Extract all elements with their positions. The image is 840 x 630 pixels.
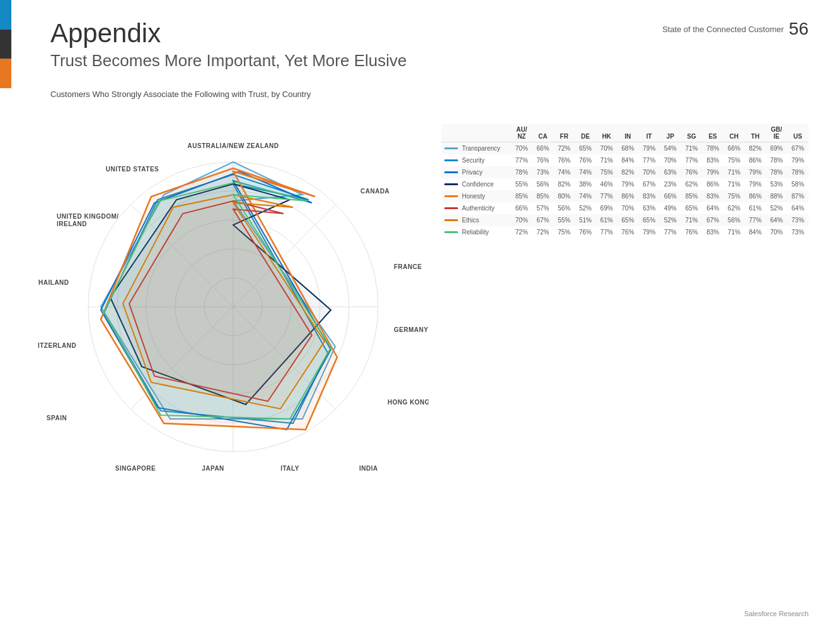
row-label-cell: Ethics bbox=[441, 214, 511, 226]
table-cell: 71% bbox=[723, 166, 745, 178]
table-cell: 86% bbox=[745, 154, 766, 166]
radar-label-ireland: IRELAND bbox=[57, 220, 87, 227]
table-cell: 83% bbox=[702, 154, 723, 166]
table-cell: 83% bbox=[702, 226, 723, 238]
table-cell: 74% bbox=[553, 166, 575, 178]
table-cell: 78% bbox=[766, 154, 787, 166]
table-row: Authenticity66%57%56%52%69%70%63%49%65%6… bbox=[441, 202, 808, 214]
col-header-it: IT bbox=[638, 124, 660, 142]
row-label-text: Security bbox=[462, 157, 485, 164]
legend-color-line bbox=[444, 219, 458, 221]
table-cell: 52% bbox=[575, 202, 596, 214]
table-cell: 52% bbox=[660, 214, 681, 226]
color-bar-segment-orange bbox=[0, 59, 11, 88]
table-cell: 56% bbox=[532, 178, 554, 190]
table-cell: 72% bbox=[553, 142, 575, 155]
row-label-cell: Privacy bbox=[441, 166, 511, 178]
table-cell: 82% bbox=[617, 166, 638, 178]
table-cell: 62% bbox=[681, 178, 703, 190]
table-cell: 84% bbox=[745, 226, 766, 238]
table-cell: 78% bbox=[787, 166, 808, 178]
table-cell: 85% bbox=[532, 190, 554, 202]
table-cell: 71% bbox=[723, 226, 745, 238]
color-bar-segment-dark bbox=[0, 30, 11, 59]
col-header-th: TH bbox=[745, 124, 766, 142]
row-label-text: Honesty bbox=[462, 193, 485, 200]
radar-label-thailand: THAILAND bbox=[38, 279, 69, 286]
table-cell: 69% bbox=[766, 142, 787, 155]
table-cell: 67% bbox=[532, 214, 554, 226]
radar-svg: AUSTRALIA/NEW ZEALAND CANADA FRANCE GERM… bbox=[38, 112, 429, 477]
radar-label-us: UNITED STATES bbox=[106, 166, 159, 173]
svg-marker-16 bbox=[104, 182, 331, 419]
col-header-sg: SG bbox=[681, 124, 703, 142]
row-label-cell: Transparency bbox=[441, 142, 511, 155]
table-cell: 67% bbox=[787, 142, 808, 155]
table-cell: 79% bbox=[638, 142, 660, 155]
table-cell: 61% bbox=[745, 202, 766, 214]
table-cell: 66% bbox=[511, 202, 532, 214]
col-header-jp: JP bbox=[660, 124, 681, 142]
row-label-cell: Confidence bbox=[441, 178, 511, 190]
table-cell: 79% bbox=[617, 178, 638, 190]
table-cell: 77% bbox=[681, 154, 703, 166]
table-cell: 66% bbox=[532, 142, 554, 155]
row-label-text: Reliability bbox=[462, 229, 489, 236]
table-cell: 84% bbox=[617, 154, 638, 166]
table-row: Ethics70%67%55%51%61%65%65%52%71%67%56%7… bbox=[441, 214, 808, 226]
table-cell: 67% bbox=[638, 178, 660, 190]
row-label-text: Transparency bbox=[462, 145, 500, 152]
table-cell: 66% bbox=[660, 190, 681, 202]
table-cell: 72% bbox=[511, 226, 532, 238]
table-cell: 38% bbox=[575, 178, 596, 190]
data-table: AU/NZ CA FR DE HK IN IT JP SG ES CH TH G… bbox=[441, 124, 808, 238]
table-cell: 79% bbox=[745, 178, 766, 190]
row-label-cell: Authenticity bbox=[441, 202, 511, 214]
table-cell: 72% bbox=[532, 226, 554, 238]
legend-color-line bbox=[444, 207, 458, 209]
table-cell: 80% bbox=[553, 190, 575, 202]
table-cell: 65% bbox=[681, 202, 703, 214]
radar-label-india: INDIA bbox=[359, 465, 378, 472]
table-cell: 68% bbox=[617, 142, 638, 155]
table-cell: 83% bbox=[638, 190, 660, 202]
table-cell: 61% bbox=[596, 214, 618, 226]
radar-label-singapore: SINGAPORE bbox=[115, 465, 156, 472]
legend-color-line bbox=[444, 147, 458, 149]
page-label: State of the Connected Customer 56 bbox=[662, 19, 808, 39]
table-cell: 86% bbox=[702, 178, 723, 190]
table-cell: 76% bbox=[681, 226, 703, 238]
chart-description: Customers Who Strongly Associate the Fol… bbox=[50, 89, 808, 99]
table-cell: 23% bbox=[660, 178, 681, 190]
table-cell: 70% bbox=[766, 226, 787, 238]
table-cell: 76% bbox=[575, 226, 596, 238]
col-header-us: US bbox=[787, 124, 808, 142]
table-cell: 51% bbox=[575, 214, 596, 226]
radar-label-spain: SPAIN bbox=[47, 415, 67, 421]
table-cell: 71% bbox=[723, 178, 745, 190]
table-cell: 52% bbox=[766, 202, 787, 214]
main-content: AUSTRALIA/NEW ZEALAND CANADA FRANCE GERM… bbox=[38, 112, 808, 477]
table-row: Security77%76%76%76%71%84%77%70%77%83%75… bbox=[441, 154, 808, 166]
table-cell: 70% bbox=[660, 154, 681, 166]
legend-color-line bbox=[444, 159, 458, 161]
table-cell: 63% bbox=[660, 166, 681, 178]
col-header-es: ES bbox=[702, 124, 723, 142]
table-cell: 54% bbox=[660, 142, 681, 155]
radar-label-hk: HONG KONG bbox=[388, 399, 429, 406]
col-header-fr: FR bbox=[553, 124, 575, 142]
radar-label-canada: CANADA bbox=[360, 188, 389, 195]
table-cell: 75% bbox=[553, 226, 575, 238]
table-cell: 88% bbox=[766, 190, 787, 202]
table-cell: 71% bbox=[596, 154, 618, 166]
table-cell: 77% bbox=[596, 190, 618, 202]
table-cell: 56% bbox=[723, 214, 745, 226]
table-cell: 64% bbox=[766, 214, 787, 226]
color-bar-segment-blue bbox=[0, 0, 11, 30]
table-cell: 70% bbox=[511, 142, 532, 155]
legend-color-line bbox=[444, 231, 458, 233]
table-cell: 73% bbox=[787, 214, 808, 226]
table-cell: 77% bbox=[745, 214, 766, 226]
table-cell: 86% bbox=[617, 190, 638, 202]
radar-label-japan: JAPAN bbox=[202, 465, 224, 472]
